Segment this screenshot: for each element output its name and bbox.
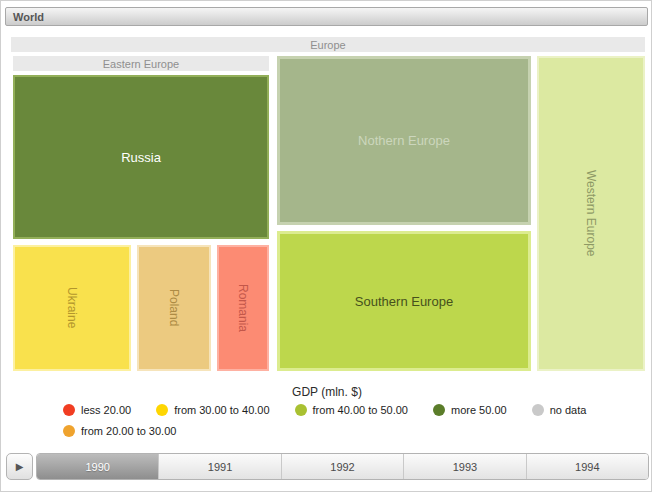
play-icon: ▶ xyxy=(16,462,24,472)
legend-label: less 20.00 xyxy=(81,404,131,416)
treemap-node-russia[interactable]: Russia xyxy=(13,75,269,239)
treemap-node-label: Southern Europe xyxy=(355,294,453,309)
treemap-node-romania[interactable]: Romania xyxy=(217,245,269,371)
legend-label: more 50.00 xyxy=(451,404,507,416)
group-label-eastern-europe: Eastern Europe xyxy=(103,58,179,70)
treemap-group-header-eastern-europe[interactable]: Eastern Europe xyxy=(13,56,269,71)
legend-item-less-20[interactable]: less 20.00 xyxy=(63,404,131,416)
legend-swatch-orange-icon xyxy=(63,425,75,437)
legend-row-1: less 20.00 from 30.00 to 40.00 from 40.0… xyxy=(63,404,586,416)
treemap-node-southern-europe[interactable]: Southern Europe xyxy=(277,231,531,371)
treemap-node-poland[interactable]: Poland xyxy=(137,245,211,371)
legend-row-2: from 20.00 to 30.00 xyxy=(63,425,176,437)
year-button-1990[interactable]: 1990 xyxy=(37,454,158,479)
legend-item-40-50[interactable]: from 40.00 to 50.00 xyxy=(295,404,408,416)
treemap-node-label: Western Europe xyxy=(584,170,598,257)
breadcrumb-world[interactable]: World xyxy=(5,7,648,26)
legend-title: GDP (mln. $) xyxy=(1,385,652,399)
legend-item-no-data[interactable]: no data xyxy=(532,404,587,416)
year-button-1991[interactable]: 1991 xyxy=(158,454,280,479)
treemap-node-label: Russia xyxy=(121,150,161,165)
legend-swatch-yellow-icon xyxy=(156,404,168,416)
legend-item-20-30[interactable]: from 20.00 to 30.00 xyxy=(63,425,176,437)
legend-item-more-50[interactable]: more 50.00 xyxy=(433,404,507,416)
treemap-node-label: Romania xyxy=(236,284,250,332)
group-label-europe: Europe xyxy=(310,39,345,51)
treemap-node-label: Poland xyxy=(167,289,181,326)
legend-label: no data xyxy=(550,404,587,416)
legend-label: from 30.00 to 40.00 xyxy=(174,404,269,416)
treemap-node-ukraine[interactable]: Ukraine xyxy=(13,245,131,371)
breadcrumb-label: World xyxy=(13,11,44,23)
legend-swatch-red-icon xyxy=(63,404,75,416)
timeline-year-selector: 1990 1991 1992 1993 1994 xyxy=(36,453,649,480)
legend-swatch-yellowgreen-icon xyxy=(295,404,307,416)
treemap-node-western-europe[interactable]: Western Europe xyxy=(537,56,645,371)
legend-label: from 40.00 to 50.00 xyxy=(313,404,408,416)
play-button[interactable]: ▶ xyxy=(6,453,33,480)
year-button-1994[interactable]: 1994 xyxy=(526,454,648,479)
legend-label: from 20.00 to 30.00 xyxy=(81,425,176,437)
legend-swatch-darkgreen-icon xyxy=(433,404,445,416)
year-button-1993[interactable]: 1993 xyxy=(403,454,525,479)
legend-item-30-40[interactable]: from 30.00 to 40.00 xyxy=(156,404,269,416)
treemap-node-label: Ukraine xyxy=(65,287,79,328)
legend-swatch-gray-icon xyxy=(532,404,544,416)
treemap-app: World Europe Eastern Europe Russia Ukrai… xyxy=(0,0,652,492)
year-button-1992[interactable]: 1992 xyxy=(281,454,403,479)
treemap-node-northern-europe[interactable]: Nothern Europe xyxy=(277,56,531,225)
treemap-node-label: Nothern Europe xyxy=(358,133,450,148)
treemap-group-header-europe[interactable]: Europe xyxy=(11,37,645,52)
